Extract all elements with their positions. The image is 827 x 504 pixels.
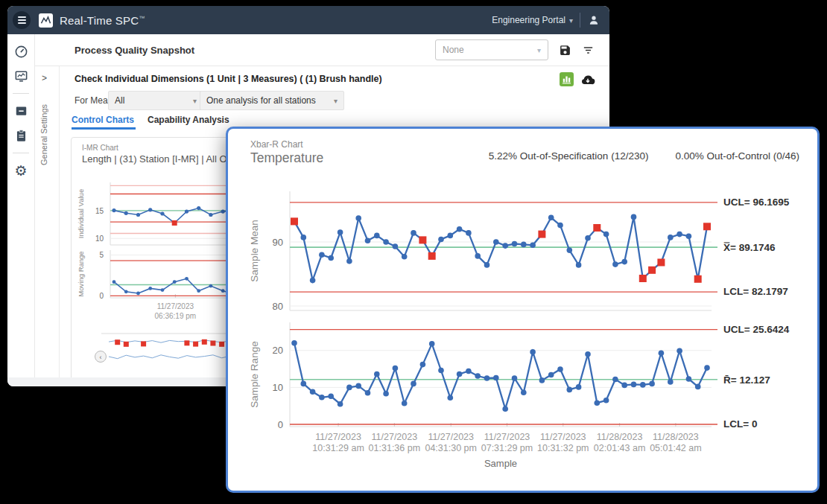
save-icon[interactable] (558, 43, 571, 57)
chevron-down-icon: ▾ (334, 97, 338, 105)
page-title: Process Quality Snapshot (75, 45, 194, 56)
sample-range-chart: 0102011/27/202310:31:29 am11/27/202301:3… (247, 318, 804, 471)
section-title: Check Individual Dimensions (1 Unit | 3 … (75, 74, 382, 84)
active-tab-underline (72, 127, 136, 130)
xbar-chart-type-label: Xbar-R Chart (250, 139, 303, 150)
sample-mean-chart: 8090UCL= 96.1695X̿= 89.1746LCL= 82.1797S… (247, 184, 804, 316)
svg-text:R̄= 12.127: R̄= 12.127 (723, 374, 770, 386)
chevron-down-icon: ▾ (193, 97, 197, 105)
svg-text:10: 10 (273, 382, 283, 393)
svg-text:Sample: Sample (484, 458, 517, 469)
expand-panel-chevron-icon[interactable]: > (42, 73, 47, 83)
svg-text:01:31:36 pm: 01:31:36 pm (369, 443, 421, 453)
preset-select[interactable]: None▾ (435, 39, 548, 60)
imr-chart-type-label: I-MR Chart (82, 144, 118, 152)
sidebar-item-worksheet[interactable] (13, 128, 28, 143)
chevron-down-icon: ▾ (537, 46, 541, 54)
svg-text:80: 80 (273, 301, 283, 312)
svg-text:10:31:32 pm: 10:31:32 pm (537, 443, 589, 453)
settings-gear-icon[interactable]: ⚙ (13, 163, 28, 178)
hamburger-menu-icon[interactable] (13, 11, 31, 29)
measure-select[interactable]: All▾ (108, 91, 203, 110)
out-of-spec-stat: 5.22% Out-of-Specification (12/230) (489, 150, 649, 162)
analyze-chart-button[interactable] (560, 72, 574, 86)
svg-text:Moving Range: Moving Range (77, 251, 85, 296)
svg-text:Sample Mean: Sample Mean (249, 220, 260, 281)
tab-capability-analysis[interactable]: Capability Analysis (148, 115, 229, 125)
svg-text:11/27/2023: 11/27/2023 (540, 432, 586, 442)
svg-text:10: 10 (95, 235, 104, 243)
svg-text:5: 5 (99, 251, 104, 259)
svg-text:UCL= 96.1695: UCL= 96.1695 (723, 197, 790, 208)
svg-text:07:31:29 pm: 07:31:29 pm (481, 443, 533, 453)
svg-text:11/27/2023: 11/27/2023 (157, 302, 194, 310)
chevron-down-icon: ▾ (569, 16, 573, 25)
page-bar: Process Quality Snapshot None▾ (34, 34, 609, 66)
svg-text:‹: ‹ (100, 354, 102, 361)
svg-text:90: 90 (273, 237, 283, 248)
svg-text:LCL= 0: LCL= 0 (723, 418, 757, 430)
tab-control-charts[interactable]: Control Charts (72, 115, 134, 125)
svg-text:Sample Range: Sample Range (249, 341, 260, 407)
app-header: Real-Time SPC™ Engineering Portal ▾ (7, 6, 609, 34)
svg-text:20: 20 (273, 345, 283, 356)
svg-text:06:36:19 pm: 06:36:19 pm (155, 312, 197, 320)
app-logo-icon (39, 13, 53, 28)
portal-selector[interactable]: Engineering Portal ▾ (492, 15, 573, 25)
svg-text:X̿= 89.1746: X̿= 89.1746 (723, 242, 776, 253)
svg-text:0: 0 (278, 419, 283, 430)
svg-text:15: 15 (95, 207, 104, 215)
svg-text:11/27/2023: 11/27/2023 (315, 432, 361, 442)
svg-text:05:01:42 am: 05:01:42 am (650, 443, 702, 453)
general-settings-label: General Settings (39, 104, 48, 165)
sidebar-item-dashboard[interactable] (13, 44, 28, 59)
svg-text:UCL= 25.6424: UCL= 25.6424 (723, 324, 790, 335)
trademark: ™ (139, 15, 145, 22)
svg-text:11/28/2023: 11/28/2023 (653, 432, 699, 442)
header-divider (580, 13, 580, 28)
svg-text:02:01:43 am: 02:01:43 am (594, 443, 646, 453)
sidebar-item-station-monitor[interactable] (13, 103, 28, 118)
svg-text:11/27/2023: 11/27/2023 (372, 432, 418, 442)
svg-text:10:31:29 am: 10:31:29 am (312, 443, 364, 453)
out-of-control-stat: 0.00% Out-of-Control (0/46) (675, 150, 799, 162)
svg-text:0: 0 (99, 292, 104, 300)
user-account-icon[interactable] (587, 13, 601, 27)
sidebar-divider (13, 153, 29, 153)
svg-text:Individual Value: Individual Value (77, 189, 85, 238)
xbar-chart-title: Temperature (250, 150, 323, 166)
general-settings-rail: > General Settings (34, 66, 60, 377)
svg-text:11/28/2023: 11/28/2023 (597, 432, 643, 442)
filter-icon[interactable] (581, 43, 595, 57)
svg-text:11/27/2023: 11/27/2023 (428, 432, 474, 442)
sidebar-item-analysis[interactable] (13, 68, 28, 83)
analysis-mode-select[interactable]: One analysis for all stations▾ (200, 91, 344, 110)
svg-text:LCL= 82.1797: LCL= 82.1797 (723, 286, 788, 297)
xbar-r-chart-window: Xbar-R Chart Temperature 5.22% Out-of-Sp… (226, 127, 820, 493)
app-title: Real-Time SPC™ (60, 14, 145, 27)
cloud-download-icon[interactable] (580, 72, 595, 87)
sidebar-divider (13, 93, 29, 94)
svg-text:11/27/2023: 11/27/2023 (484, 432, 530, 442)
sidebar: ⚙ (7, 34, 35, 377)
svg-text:04:31:30 pm: 04:31:30 pm (425, 443, 477, 453)
